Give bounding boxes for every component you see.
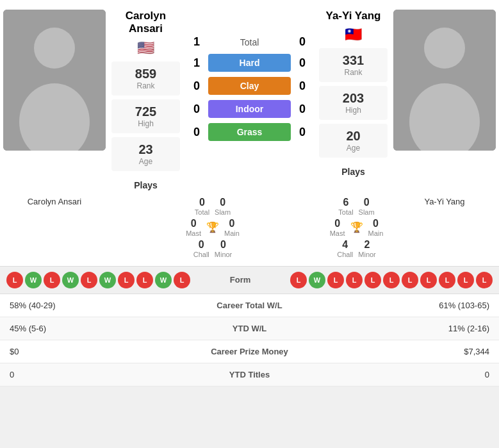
hard-score-row: 1 Hard 0 bbox=[189, 54, 310, 72]
right-total-value: 6 bbox=[338, 197, 353, 208]
stat-right-value: 0 bbox=[324, 363, 499, 386]
left-age-box: 23 Age bbox=[111, 137, 180, 171]
stat-right-value: 11% (2-16) bbox=[324, 317, 499, 340]
total-score-row: 1 Total 0 bbox=[189, 35, 310, 49]
stats-row: 58% (40-29) Career Total W/L 61% (103-65… bbox=[0, 294, 499, 317]
right-minor-label: Minor bbox=[358, 251, 376, 258]
left-total-label: Total bbox=[195, 208, 209, 216]
left-player-name: Carolyn Ansari bbox=[126, 10, 166, 36]
right-age-value: 20 bbox=[327, 129, 380, 144]
form-bubble: L bbox=[402, 272, 418, 288]
indoor-score-row: 0 Indoor 0 bbox=[189, 100, 310, 118]
stat-label: Career Total W/L bbox=[175, 294, 325, 317]
left-high-value: 725 bbox=[119, 104, 172, 119]
left-total-value: 0 bbox=[195, 197, 209, 208]
grass-surface-btn[interactable]: Grass bbox=[208, 123, 291, 141]
left-chall-label: Chall bbox=[193, 251, 209, 258]
total-left-score: 1 bbox=[189, 35, 204, 49]
svg-point-4 bbox=[424, 28, 465, 69]
grass-score-row: 0 Grass 0 bbox=[189, 123, 310, 141]
right-mast-label: Mast bbox=[330, 229, 345, 237]
stat-right-value: 61% (103-65) bbox=[324, 294, 499, 317]
right-rank-label: Rank bbox=[327, 68, 380, 77]
right-player-name-below: Ya-Yi Yang bbox=[393, 197, 496, 258]
stat-left-value: 58% (40-29) bbox=[0, 294, 175, 317]
indoor-right-score: 0 bbox=[295, 103, 310, 116]
right-high-value: 203 bbox=[327, 91, 380, 106]
left-chall-value: 0 bbox=[193, 239, 209, 251]
player-comparison: Carolyn Ansari 🇺🇸 859 Rank 725 High 23 A… bbox=[0, 0, 499, 197]
form-bubble: W bbox=[155, 272, 172, 288]
right-high-box: 203 High bbox=[319, 86, 388, 120]
form-label: Form bbox=[190, 275, 290, 285]
right-age-label: Age bbox=[327, 144, 380, 153]
right-chall-value: 4 bbox=[337, 239, 353, 251]
form-section: LWLWLWLLWL Form LWLLLLLLLLL bbox=[0, 266, 499, 294]
right-player-name: Ya-Yi Yang bbox=[326, 10, 381, 22]
right-form-bubbles: LWLLLLLLLLL bbox=[290, 272, 493, 288]
left-main-label: Main bbox=[224, 229, 240, 237]
hard-surface-btn[interactable]: Hard bbox=[208, 54, 291, 72]
left-minor-label: Minor bbox=[215, 251, 233, 258]
clay-surface-btn[interactable]: Clay bbox=[208, 77, 291, 95]
form-bubble: L bbox=[420, 272, 437, 288]
right-player-photo bbox=[393, 10, 496, 151]
left-minor-value: 0 bbox=[215, 239, 233, 251]
left-player-flag: 🇺🇸 bbox=[137, 40, 154, 56]
left-main-value: 0 bbox=[224, 218, 240, 229]
left-slam-value: 0 bbox=[215, 197, 231, 208]
left-rank-value: 859 bbox=[119, 67, 172, 81]
form-bubble: L bbox=[174, 272, 190, 288]
left-rank-label: Rank bbox=[119, 81, 172, 90]
left-high-label: High bbox=[119, 119, 172, 128]
left-age-value: 23 bbox=[119, 142, 172, 157]
left-mast-value: 0 bbox=[186, 218, 201, 229]
form-bubble: L bbox=[327, 272, 344, 288]
right-rank-value: 331 bbox=[327, 53, 380, 68]
stat-label: YTD W/L bbox=[175, 317, 325, 340]
form-bubble: L bbox=[136, 272, 153, 288]
total-right-score: 0 bbox=[295, 35, 310, 49]
left-player-photo bbox=[3, 10, 106, 151]
form-bubble: L bbox=[383, 272, 400, 288]
form-bubble: L bbox=[44, 272, 60, 288]
clay-right-score: 0 bbox=[295, 79, 310, 93]
form-bubble: L bbox=[476, 272, 493, 288]
right-main-value: 0 bbox=[368, 218, 384, 229]
form-bubble: L bbox=[439, 272, 455, 288]
stats-row: $0 Career Prize Money $7,344 bbox=[0, 340, 499, 363]
right-plays: Plays bbox=[341, 167, 365, 177]
stat-left-value: 45% (5-6) bbox=[0, 317, 175, 340]
right-slam-value: 0 bbox=[359, 197, 375, 208]
form-bubble: L bbox=[118, 272, 135, 288]
grass-right-score: 0 bbox=[295, 126, 310, 139]
right-player-flag: 🇹🇼 bbox=[345, 26, 362, 43]
total-label: Total bbox=[208, 37, 291, 47]
form-bubble: W bbox=[62, 272, 79, 288]
form-bubble: L bbox=[346, 272, 363, 288]
left-plays: Plays bbox=[134, 180, 158, 190]
stat-label: YTD Titles bbox=[175, 363, 325, 386]
right-chall-label: Chall bbox=[337, 251, 353, 258]
form-bubble: L bbox=[290, 272, 307, 288]
stats-row: 0 YTD Titles 0 bbox=[0, 363, 499, 386]
left-trophy-icon: 🏆 bbox=[206, 221, 219, 233]
left-age-label: Age bbox=[119, 157, 172, 166]
stats-table: 58% (40-29) Career Total W/L 61% (103-65… bbox=[0, 294, 499, 386]
right-high-label: High bbox=[327, 106, 380, 115]
left-mast-label: Mast bbox=[186, 229, 201, 237]
clay-left-score: 0 bbox=[189, 79, 204, 93]
right-minor-value: 2 bbox=[358, 239, 376, 251]
hard-left-score: 1 bbox=[189, 56, 204, 70]
indoor-surface-btn[interactable]: Indoor bbox=[208, 100, 291, 118]
left-rank-box: 859 Rank bbox=[111, 62, 180, 95]
right-rank-box: 331 Rank bbox=[319, 48, 388, 82]
left-slam-label: Slam bbox=[215, 208, 231, 216]
right-total-label: Total bbox=[338, 208, 353, 216]
stats-row: 45% (5-6) YTD W/L 11% (2-16) bbox=[0, 317, 499, 340]
form-bubble: L bbox=[6, 272, 23, 288]
form-bubble: W bbox=[99, 272, 116, 288]
stat-left-value: $0 bbox=[0, 340, 175, 363]
right-slam-label: Slam bbox=[359, 208, 375, 216]
left-high-box: 725 High bbox=[111, 99, 180, 133]
